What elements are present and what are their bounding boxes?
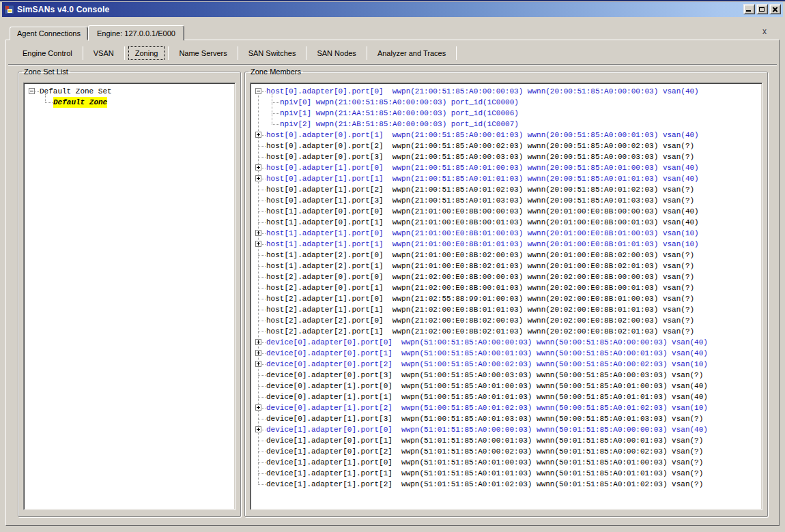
tree-row[interactable]: device[0].adapter[1].port[2] wwpn(51:00:…	[253, 402, 762, 413]
tree-row[interactable]: device[0].adapter[0].port[1] wwpn(51:00:…	[253, 348, 762, 359]
tree-connector	[258, 190, 266, 190]
tree-row[interactable]: host[1].adapter[1].port[1] wwpn(21:01:00…	[253, 239, 762, 250]
tree-row[interactable]: device[0].adapter[0].port[0] wwpn(51:00:…	[253, 337, 762, 348]
expand-icon[interactable]	[255, 339, 261, 345]
tree-row-label: host[2].adapter[2].port[1] wwpn(21:02:00…	[266, 326, 694, 337]
tree-row[interactable]: device[0].adapter[0].port[3] wwpn(51:00:…	[253, 370, 762, 381]
tree-row[interactable]: npiv[2] wwpn(21:AB:51:85:A0:00:00:03) po…	[253, 119, 762, 130]
window-title: SimSANs v4.0 Console	[17, 5, 109, 14]
tree-row[interactable]: host[1].adapter[0].port[1] wwpn(21:01:00…	[253, 217, 762, 228]
tree-row[interactable]: device[1].adapter[1].port[2] wwpn(51:01:…	[253, 479, 762, 490]
tree-row[interactable]: host[2].adapter[0].port[0] wwpn(21:02:00…	[253, 271, 762, 282]
outer-tab-strip: Agent Connections Engine: 127.0.0.1/E000	[10, 25, 184, 40]
tree-row[interactable]: npiv[1] wwpn(21:AA:51:85:A0:00:00:03) po…	[253, 108, 762, 119]
tab-engine-control[interactable]: Engine Control	[16, 46, 79, 60]
tree-row-label: device[0].adapter[0].port[3] wwpn(51:00:…	[266, 370, 703, 381]
tree-connector	[45, 102, 53, 103]
tab-close-x[interactable]: x	[762, 27, 767, 35]
tree-connector	[258, 484, 266, 485]
titlebar[interactable]: SimSANs v4.0 Console	[2, 2, 783, 17]
tree-row[interactable]: device[1].adapter[0].port[2] wwpn(51:01:…	[253, 446, 762, 457]
tree-row[interactable]: device[0].adapter[0].port[2] wwpn(51:00:…	[253, 359, 762, 370]
tree-row-label: host[0].adapter[0].port[3] wwpn(21:00:51…	[266, 151, 694, 162]
tree-row[interactable]: host[0].adapter[1].port[3] wwpn(21:00:51…	[253, 195, 762, 206]
zone-members-tree[interactable]: host[0].adapter[0].port[0] wwpn(21:00:51…	[250, 83, 762, 510]
tab-separator	[168, 46, 169, 60]
tree-row[interactable]: host[2].adapter[1].port[1] wwpn(21:02:00…	[253, 304, 762, 315]
tab-separator	[367, 46, 367, 60]
maximize-button[interactable]	[756, 4, 768, 14]
expand-icon[interactable]	[255, 241, 261, 247]
tree-row[interactable]: host[2].adapter[2].port[0] wwpn(21:02:00…	[253, 315, 762, 326]
tree-row[interactable]: host[2].adapter[1].port[0] wwpn(21:02:55…	[253, 293, 762, 304]
tree-row-label: device[0].adapter[0].port[0] wwpn(51:00:…	[266, 337, 708, 348]
tree-row[interactable]: host[2].adapter[2].port[1] wwpn(21:02:00…	[253, 326, 762, 337]
tree-row-label: device[0].adapter[1].port[0] wwpn(51:00:…	[266, 381, 708, 391]
expand-icon[interactable]	[255, 175, 261, 181]
tree-row-label: host[0].adapter[1].port[0] wwpn(21:00:51…	[266, 162, 699, 173]
expand-icon[interactable]	[255, 426, 261, 432]
collapse-icon[interactable]	[255, 88, 261, 94]
tree-connector	[258, 211, 266, 212]
tree-connector	[258, 201, 266, 201]
tree-row[interactable]: host[0].adapter[0].port[1] wwpn(21:00:51…	[253, 130, 762, 141]
tree-row-label: host[2].adapter[1].port[1] wwpn(21:02:00…	[266, 304, 694, 315]
tree-row[interactable]: device[0].adapter[1].port[3] wwpn(51:00:…	[253, 413, 762, 424]
tree-guide	[272, 94, 272, 124]
expand-icon[interactable]	[255, 132, 261, 138]
tree-row[interactable]: host[0].adapter[0].port[3] wwpn(21:00:51…	[253, 151, 762, 162]
tab-agent-connections[interactable]: Agent Connections	[10, 27, 88, 40]
tree-connector	[258, 157, 266, 158]
tab-engine-127-0-0-1-e000[interactable]: Engine: 127.0.0.1/E000	[88, 25, 184, 41]
tree-row[interactable]: Default Zone	[26, 97, 235, 108]
tab-san-switches[interactable]: SAN Switches	[242, 46, 303, 60]
expand-icon[interactable]	[255, 404, 261, 411]
tree-row[interactable]: device[1].adapter[1].port[1] wwpn(51:01:…	[253, 468, 762, 479]
tab-name-servers[interactable]: Name Servers	[172, 46, 233, 60]
expand-icon[interactable]	[255, 164, 261, 171]
tree-row[interactable]: device[1].adapter[0].port[0] wwpn(51:01:…	[253, 424, 762, 435]
expand-icon[interactable]	[255, 361, 261, 367]
expand-icon[interactable]	[255, 350, 261, 356]
app-icon	[4, 5, 14, 14]
tab-zoning[interactable]: Zoning	[128, 46, 165, 60]
tree-row[interactable]: npiv[0] wwpn(21:00:51:85:A0:00:00:03) po…	[253, 97, 762, 108]
tree-row[interactable]: host[0].adapter[1].port[2] wwpn(21:00:51…	[253, 184, 762, 195]
tree-row[interactable]: host[0].adapter[1].port[0] wwpn(21:00:51…	[253, 162, 762, 173]
tree-row-label: host[0].adapter[0].port[1] wwpn(21:00:51…	[266, 130, 699, 141]
tree-row-label: host[0].adapter[1].port[2] wwpn(21:00:51…	[266, 184, 694, 195]
app-window: SimSANs v4.0 Console Agent Connections E…	[0, 0, 785, 532]
tree-row[interactable]: device[1].adapter[1].port[0] wwpn(51:01:…	[253, 457, 762, 468]
tree-connector	[258, 331, 266, 332]
collapse-icon[interactable]	[29, 88, 35, 94]
tab-separator	[238, 46, 238, 60]
tree-row-label: device[0].adapter[0].port[1] wwpn(51:00:…	[266, 348, 708, 359]
tree-row-label: host[2].adapter[0].port[1] wwpn(21:02:00…	[266, 282, 694, 293]
tree-row[interactable]: host[0].adapter[0].port[2] wwpn(21:00:51…	[253, 141, 762, 151]
tree-row[interactable]: host[1].adapter[2].port[1] wwpn(21:01:00…	[253, 261, 762, 271]
minimize-button[interactable]	[743, 4, 755, 14]
tree-connector	[258, 321, 266, 321]
expand-icon[interactable]	[255, 230, 261, 236]
tree-row-label: host[2].adapter[0].port[0] wwpn(21:02:00…	[266, 271, 694, 282]
tree-connector	[258, 441, 266, 441]
tree-row[interactable]: Default Zone Set	[26, 86, 235, 97]
zone-set-tree[interactable]: Default Zone SetDefault Zone	[23, 83, 235, 510]
tree-row[interactable]: device[0].adapter[1].port[0] wwpn(51:00:…	[253, 381, 762, 391]
tree-row-label: npiv[1] wwpn(21:AA:51:85:A0:00:00:03) po…	[280, 108, 519, 119]
tree-row[interactable]: device[1].adapter[0].port[1] wwpn(51:01:…	[253, 435, 762, 446]
tab-vsan[interactable]: VSAN	[87, 46, 121, 60]
tab-analyzer-and-traces[interactable]: Analyzer and Traces	[371, 46, 453, 60]
close-button[interactable]	[769, 4, 781, 14]
tree-row[interactable]: host[2].adapter[0].port[1] wwpn(21:02:00…	[253, 282, 762, 293]
tree-row[interactable]: host[1].adapter[1].port[0] wwpn(21:01:00…	[253, 228, 762, 239]
zone-set-list-title: Zone Set List	[22, 68, 70, 76]
tree-connector	[272, 113, 279, 114]
tree-row[interactable]: host[1].adapter[2].port[0] wwpn(21:01:00…	[253, 250, 762, 261]
tree-row[interactable]: host[0].adapter[1].port[1] wwpn(21:00:51…	[253, 173, 762, 184]
tree-connector	[258, 397, 266, 398]
tree-row[interactable]: host[1].adapter[0].port[0] wwpn(21:01:00…	[253, 206, 762, 217]
tree-row[interactable]: host[0].adapter[0].port[0] wwpn(21:00:51…	[253, 86, 762, 97]
tree-row[interactable]: device[0].adapter[1].port[1] wwpn(51:00:…	[253, 391, 762, 402]
tab-san-nodes[interactable]: SAN Nodes	[310, 46, 362, 60]
